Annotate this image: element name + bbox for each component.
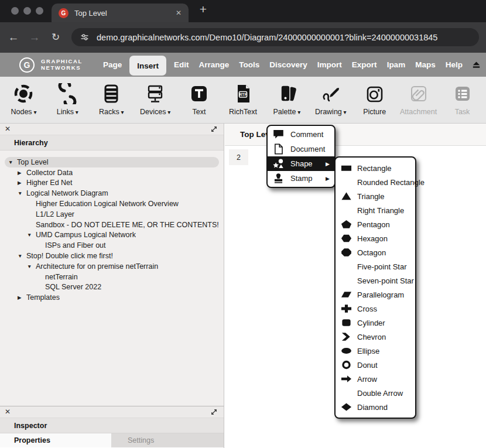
pentagon-icon bbox=[341, 220, 352, 229]
tool-richtext[interactable]: RTFRichText bbox=[221, 77, 265, 123]
app-menubar: G GRAPHICAL NETWORKS PageInsertEditArran… bbox=[0, 53, 486, 77]
collapse-icon[interactable]: ▼ bbox=[8, 159, 17, 165]
drawing-icon bbox=[320, 82, 341, 105]
close-inspector-button[interactable]: ✕ bbox=[5, 408, 11, 416]
tree-item-higher-education-logical-network-overview[interactable]: Higher Education Logical Network Overvie… bbox=[5, 199, 219, 209]
blank-icon bbox=[341, 177, 352, 187]
shape-item-parallelogram[interactable]: Parallelogram bbox=[336, 288, 415, 302]
tab-close-icon[interactable]: ✕ bbox=[176, 9, 182, 17]
tree-item-collector-data[interactable]: ▶Collector Data bbox=[5, 167, 219, 178]
hierarchy-panel-bar: ✕ bbox=[0, 124, 224, 135]
tool-picture[interactable]: Picture bbox=[352, 77, 396, 123]
parallelogram-icon bbox=[341, 290, 352, 299]
collapse-icon[interactable]: ▼ bbox=[27, 232, 36, 238]
shape-item-pentagon[interactable]: Pentagon bbox=[336, 217, 415, 231]
menu-item-arrange[interactable]: Arrange bbox=[197, 53, 232, 77]
tree-item-higher-ed-net[interactable]: ▶Higher Ed Net bbox=[5, 178, 219, 189]
insert-menu-item-document[interactable]: Document bbox=[268, 142, 334, 156]
shape-item-label: Pentagon bbox=[357, 220, 390, 229]
browser-toolbar: ← → ↻ demo.graphicalnetworks.com/Demo10/… bbox=[0, 22, 486, 53]
insert-menu-item-shape[interactable]: Shape▶ bbox=[268, 156, 334, 171]
tool-racks[interactable]: Racks ▾ bbox=[90, 77, 134, 123]
tree-item-l1-l2-layer[interactable]: L1/L2 Layer bbox=[5, 209, 219, 220]
tab-properties[interactable]: Properties bbox=[0, 433, 111, 447]
expand-panel-icon[interactable] bbox=[210, 125, 218, 133]
reload-icon[interactable]: ↻ bbox=[47, 22, 64, 53]
back-icon[interactable]: ← bbox=[5, 22, 22, 53]
eject-icon[interactable] bbox=[471, 60, 481, 70]
tree-item-isps-and-fiber-out[interactable]: ISPs and Fiber out bbox=[5, 240, 219, 251]
menu-item-help[interactable]: Help bbox=[443, 53, 465, 77]
menubar-items: PageInsertEditArrangeToolsDiscoveryImpor… bbox=[101, 53, 465, 77]
tree-item-netterrain[interactable]: netTerrain bbox=[5, 272, 219, 282]
shape-item-arrow[interactable]: Arrow bbox=[336, 372, 415, 386]
submenu-arrow-icon: ▶ bbox=[326, 176, 330, 182]
window-minimize-button[interactable] bbox=[23, 7, 31, 15]
insert-menu-item-comment[interactable]: Comment bbox=[268, 127, 334, 142]
shape-item-rectangle[interactable]: Rectangle bbox=[336, 161, 415, 175]
tool-palette[interactable]: Palette ▾ bbox=[265, 77, 309, 123]
tree-item-architecture-for-on-premise-netterrain[interactable]: ▼Architecture for on premise netTerrain bbox=[5, 261, 219, 272]
insert-menu: CommentDocumentShape▶Stamp▶ bbox=[266, 125, 336, 188]
expand-icon[interactable]: ▶ bbox=[18, 180, 26, 186]
new-tab-button[interactable]: + bbox=[196, 2, 211, 16]
tree-item-sandbox-do-not-delete-me-or-the-contents[interactable]: Sandbox - DO NOT DELETE ME, OR THE CONTE… bbox=[5, 220, 219, 230]
close-panel-button[interactable]: ✕ bbox=[5, 125, 11, 133]
shape-item-right-triangle[interactable]: Right Triangle bbox=[336, 203, 415, 217]
tool-text[interactable]: Text bbox=[177, 77, 221, 123]
shape-item-ellipse[interactable]: Ellipse bbox=[336, 344, 415, 358]
shape-item-rounded-rectangle[interactable]: Rounded Rectangle bbox=[336, 175, 415, 189]
shape-item-donut[interactable]: Donut bbox=[336, 358, 415, 372]
tree-item-logical-network-diagram[interactable]: ▼Logical Network Diagram bbox=[5, 188, 219, 199]
menu-item-maps[interactable]: Maps bbox=[413, 53, 438, 77]
site-settings-icon[interactable] bbox=[80, 32, 90, 42]
tree-item-stop-double-click-me-first[interactable]: ▼Stop! Double click me first! bbox=[5, 251, 219, 261]
tool-links[interactable]: Links ▾ bbox=[46, 77, 90, 123]
diagram-title: Top Level bbox=[225, 124, 486, 146]
tool-devices[interactable]: Devices ▾ bbox=[134, 77, 177, 123]
collapse-icon[interactable]: ▼ bbox=[18, 190, 26, 196]
shape-item-cylinder[interactable]: Cylinder bbox=[336, 316, 415, 330]
tool-nodes[interactable]: Nodes ▾ bbox=[2, 77, 46, 123]
ruler-cell: 2 bbox=[229, 149, 248, 165]
shape-item-seven-point-star[interactable]: Seven-point Star bbox=[336, 273, 415, 288]
richtext-icon: RTF bbox=[232, 82, 254, 105]
window-close-button[interactable] bbox=[11, 7, 19, 15]
tree-item-top-level[interactable]: ▼Top Level bbox=[5, 157, 219, 167]
shape-item-five-point-star[interactable]: Five-point Star bbox=[336, 259, 415, 273]
expand-icon[interactable]: ▶ bbox=[18, 295, 26, 300]
address-bar[interactable]: demo.graphicalnetworks.com/Demo10/Diagra… bbox=[71, 28, 479, 46]
menu-item-discovery[interactable]: Discovery bbox=[267, 53, 310, 77]
shape-item-cross[interactable]: Cross bbox=[336, 302, 415, 316]
shape-item-octagon[interactable]: Octagon bbox=[336, 245, 415, 259]
tree-item-umd-campus-logical-network[interactable]: ▼UMD Campus Logical Network bbox=[5, 230, 219, 241]
tab-settings[interactable]: Settings bbox=[111, 433, 224, 447]
shape-item-label: Rounded Rectangle bbox=[357, 178, 425, 187]
collapse-icon[interactable]: ▼ bbox=[18, 253, 26, 259]
shape-item-hexagon[interactable]: Hexagon bbox=[336, 231, 415, 245]
menu-item-page[interactable]: Page bbox=[101, 53, 124, 77]
shape-item-double-arrow[interactable]: Double Arrow bbox=[336, 386, 415, 400]
expand-inspector-icon[interactable] bbox=[210, 408, 218, 416]
expand-icon[interactable]: ▶ bbox=[18, 170, 26, 176]
caret-down-icon: ▾ bbox=[342, 109, 347, 115]
menu-item-edit[interactable]: Edit bbox=[172, 53, 191, 77]
insert-menu-item-stamp[interactable]: Stamp▶ bbox=[268, 171, 334, 186]
shape-item-diamond[interactable]: Diamond bbox=[336, 400, 415, 414]
tree-item-sql-server-2022[interactable]: SQL Server 2022 bbox=[5, 282, 219, 293]
menu-item-ipam[interactable]: Ipam bbox=[385, 53, 408, 77]
tool-drawing[interactable]: Drawing ▾ bbox=[309, 77, 352, 123]
menu-item-label: Shape bbox=[290, 159, 326, 168]
shape-item-triangle[interactable]: Triangle bbox=[336, 189, 415, 203]
shape-item-label: Hexagon bbox=[357, 234, 388, 243]
menu-item-insert[interactable]: Insert bbox=[129, 56, 166, 76]
browser-tab[interactable]: G Top Level ✕ bbox=[52, 4, 189, 22]
menu-item-export[interactable]: Export bbox=[350, 53, 379, 77]
window-zoom-button[interactable] bbox=[36, 7, 43, 15]
menu-item-tools[interactable]: Tools bbox=[237, 53, 262, 77]
tree-item-templates[interactable]: ▶Templates bbox=[5, 292, 219, 303]
collapse-icon[interactable]: ▼ bbox=[27, 264, 36, 269]
text-icon bbox=[189, 82, 210, 105]
menu-item-import[interactable]: Import bbox=[315, 53, 344, 77]
shape-item-chevron[interactable]: Chevron bbox=[336, 330, 415, 344]
